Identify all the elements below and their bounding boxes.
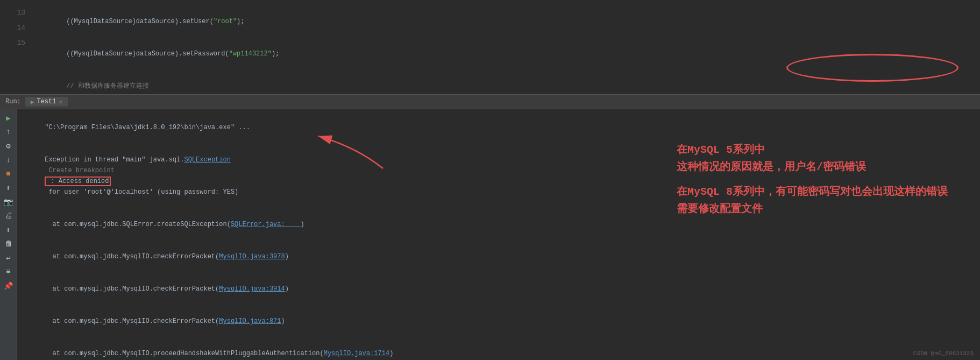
delete-button[interactable]: 🗑 bbox=[2, 237, 15, 250]
stop-button[interactable]: ■ bbox=[2, 167, 15, 180]
run-panel: ▶ ↑ ⚙ ↓ ■ ⬇ 📷 🖨 ⬆ 🗑 ↩ ≡ 📌 "C:\Program Fi… bbox=[0, 109, 980, 360]
annotation-line3: 在MySQL 8系列中，有可能密码写对也会出现这样的错误 bbox=[677, 183, 948, 201]
annotation-line1: 在MySQL 5系列中 bbox=[677, 142, 948, 159]
code-line-14: ((MysqlDataSource)dataSource).setPasswor… bbox=[43, 38, 969, 70]
mysqlio-1714-link[interactable]: MysqlIO.java:1714 bbox=[324, 350, 389, 357]
annotation-block: 在MySQL 5系列中 这种情况的原因就是，用户名/密码错误 在MySQL 8系… bbox=[677, 142, 948, 218]
mysqlio-871-link[interactable]: MysqlIO.java:871 bbox=[219, 317, 281, 325]
line-numbers: 13 14 15 bbox=[0, 0, 32, 94]
annotation-line2: 这种情况的原因就是，用户名/密码错误 bbox=[677, 159, 948, 176]
print-button[interactable]: 🖨 bbox=[2, 209, 15, 222]
undo-button[interactable]: ↩ bbox=[2, 251, 15, 264]
upload-button[interactable]: ⬆ bbox=[2, 223, 15, 236]
camera-button[interactable]: 📷 bbox=[2, 195, 15, 208]
mysqlio-3914-link[interactable]: MysqlIO.java:3914 bbox=[219, 285, 285, 293]
watermark: CSDN @m0_60631323 bbox=[913, 350, 974, 357]
run-label: Run: bbox=[5, 98, 21, 105]
annotation-line4: 需要修改配置文件 bbox=[677, 201, 948, 218]
run-button[interactable]: ▶ bbox=[2, 111, 15, 124]
settings-button[interactable]: ⚙ bbox=[2, 139, 15, 152]
sql-exception-link[interactable]: SQLException bbox=[184, 156, 230, 164]
code-editor-top: 13 14 15 ((MysqlDataSource)dataSource).s… bbox=[0, 0, 980, 94]
access-denied-highlight: : Access denied bbox=[45, 177, 111, 186]
run-output-line-6: at com.mysql.jdbc.MysqlIO.checkErrorPack… bbox=[22, 305, 976, 337]
run-toolbar: ▶ ↑ ⚙ ↓ ■ ⬇ 📷 🖨 ⬆ 🗑 ↩ ≡ 📌 bbox=[0, 109, 17, 360]
run-output: "C:\Program Files\Java\jdk1.8.0_192\bin\… bbox=[17, 109, 980, 360]
run-output-line-5: at com.mysql.jdbc.MysqlIO.checkErrorPack… bbox=[22, 273, 976, 305]
run-output-line-7: at com.mysql.jdbc.MysqlIO.proceedHandsha… bbox=[22, 337, 976, 360]
menu-button[interactable]: ≡ bbox=[2, 265, 15, 278]
scroll-up-button[interactable]: ↑ bbox=[2, 125, 15, 138]
code-line-13: ((MysqlDataSource)dataSource).setUser("r… bbox=[43, 5, 969, 38]
download-button[interactable]: ⬇ bbox=[2, 181, 15, 194]
scroll-down-button[interactable]: ↓ bbox=[2, 153, 15, 166]
code-lines: ((MysqlDataSource)dataSource).setUser("r… bbox=[32, 0, 980, 94]
run-output-line-1: "C:\Program Files\Java\jdk1.8.0_192\bin\… bbox=[22, 111, 976, 144]
sqlerror-link[interactable]: SQLError.java:____ bbox=[231, 221, 301, 228]
pin-button[interactable]: 📌 bbox=[2, 279, 15, 292]
mysqlio-3978-link[interactable]: MysqlIO.java:3978 bbox=[219, 253, 285, 260]
code-line-15: // 和数据库服务器建立连接 bbox=[43, 70, 969, 102]
run-output-line-4: at com.mysql.jdbc.MysqlIO.checkErrorPack… bbox=[22, 241, 976, 273]
